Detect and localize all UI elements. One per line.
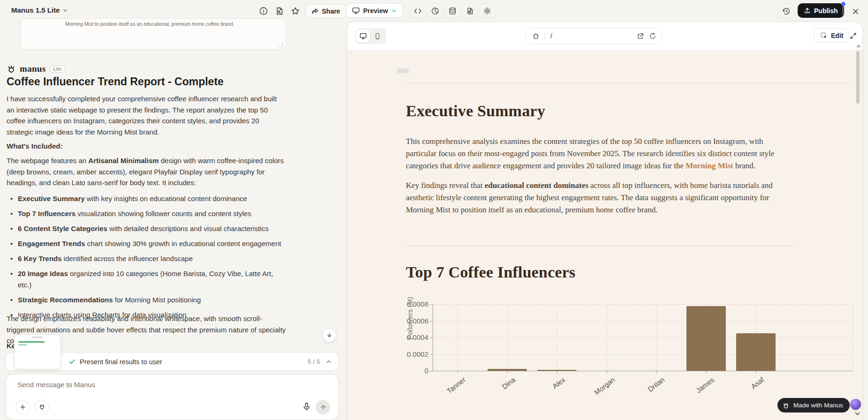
message-input[interactable] xyxy=(16,380,281,389)
morning-mist-accent: Morning Mist xyxy=(685,161,733,170)
files-button[interactable] xyxy=(461,3,478,19)
refresh-icon[interactable] xyxy=(649,32,656,40)
quoted-message-bubble[interactable]: Morning Mist to position itself as an ed… xyxy=(21,18,286,50)
task-progress: 5 / 5 xyxy=(308,358,320,365)
usage-button[interactable] xyxy=(426,3,443,19)
scroll-to-bottom-button[interactable] xyxy=(322,328,336,342)
attach-button[interactable] xyxy=(15,400,30,414)
edit-label: Edit xyxy=(831,32,843,39)
gridline-h xyxy=(433,354,853,355)
list-item: 6 Key Trends identified across the influ… xyxy=(7,253,288,264)
gridline-v xyxy=(507,304,508,371)
code-view-button[interactable] xyxy=(409,3,426,19)
session-title[interactable]: Manus 1.5 Lite xyxy=(11,6,68,14)
publish-button[interactable]: Publish xyxy=(798,3,844,18)
star-icon xyxy=(291,7,300,15)
x-axis-line xyxy=(433,371,853,371)
x-axis-label: Asaf xyxy=(730,375,766,406)
data-button[interactable] xyxy=(444,3,461,19)
list-item: 6 Content Style Categories with detailed… xyxy=(7,223,288,234)
rendered-page: Executive Summary This comprehensive ana… xyxy=(347,50,862,420)
manus-logo-icon xyxy=(7,64,16,74)
document-icon xyxy=(275,7,284,15)
arrow-up-icon xyxy=(320,404,327,411)
terminal-thumbnail[interactable] xyxy=(14,334,61,369)
settings-button[interactable] xyxy=(479,3,495,19)
share-button[interactable]: Share xyxy=(305,4,346,18)
preview-button[interactable]: Preview xyxy=(346,3,403,18)
composer[interactable] xyxy=(6,374,339,420)
p1-text-end: brand. xyxy=(733,161,755,170)
code-icon xyxy=(414,7,422,15)
check-icon xyxy=(69,358,76,365)
scrollbar-thumb[interactable] xyxy=(856,51,860,104)
bar-asaf[interactable] xyxy=(736,333,776,371)
followers-bar-chart[interactable]: 00.00020.00040.00060.0008TannerDinaAlexM… xyxy=(406,295,856,412)
gear-icon xyxy=(483,7,491,15)
quoted-message-text: Morning Mist to position itself as an ed… xyxy=(65,21,272,27)
whats-included-heading: What's Included: xyxy=(7,141,62,152)
y-tick-label: 0 xyxy=(401,367,428,375)
list-item: Engagement Trends chart showing 30% grow… xyxy=(7,238,288,249)
connectors-button[interactable] xyxy=(35,400,49,414)
gridline-h xyxy=(433,321,853,322)
open-external-icon[interactable] xyxy=(637,32,644,40)
lite-badge: Lite xyxy=(49,65,65,73)
address-path[interactable]: / xyxy=(550,32,552,40)
gridline-h xyxy=(433,338,853,338)
scrollbar-up-arrow[interactable] xyxy=(856,44,861,47)
chat-panel: Morning Mist to position itself as an ed… xyxy=(0,18,343,420)
address-divider xyxy=(545,32,545,40)
desktop-view-button[interactable] xyxy=(356,30,370,43)
gridline-v xyxy=(607,304,607,371)
terminal-thumbnail-line xyxy=(18,344,27,345)
list-item: Top 7 Influencers visualization showing … xyxy=(7,208,288,219)
chevron-up-icon[interactable] xyxy=(326,359,332,365)
send-button[interactable] xyxy=(316,400,330,414)
mobile-icon xyxy=(374,33,381,40)
gridline-v xyxy=(853,304,853,371)
fullscreen-button[interactable] xyxy=(848,31,858,40)
scrollbar-down-arrow[interactable] xyxy=(854,410,861,417)
history-button[interactable] xyxy=(778,3,795,19)
x-axis-label: James xyxy=(680,375,716,406)
share-label: Share xyxy=(322,8,340,15)
home-icon[interactable] xyxy=(532,32,540,40)
file-button[interactable] xyxy=(271,3,288,19)
y-tick-label: 0.0002 xyxy=(401,350,428,359)
close-panel-button[interactable] xyxy=(850,6,860,16)
edit-button[interactable]: Edit xyxy=(814,28,849,43)
gridline-v xyxy=(557,304,557,371)
design-paragraph: The webpage features an Artisanal Minima… xyxy=(7,155,286,188)
expand-icon xyxy=(849,32,857,40)
list-item: Executive Summary with key insights on e… xyxy=(7,193,288,204)
list-item: 20 Image Ideas organized into 10 categor… xyxy=(7,268,288,290)
page-top-divider xyxy=(406,83,853,83)
edit-select-icon xyxy=(820,32,828,39)
mobile-view-button[interactable] xyxy=(370,30,384,43)
address-bar[interactable]: / xyxy=(525,28,662,44)
made-with-manus-badge[interactable]: Made with Manus xyxy=(777,398,850,412)
mic-button[interactable] xyxy=(301,401,312,412)
publish-label: Publish xyxy=(814,7,838,15)
p2-text: Key findings reveal that xyxy=(406,181,485,190)
extension-orb-icon[interactable] xyxy=(850,399,861,410)
share-icon xyxy=(311,8,319,15)
list-item: Strategic Recommendations for Morning Mi… xyxy=(7,294,288,306)
app: { "top": { "window_title": "Manus 1.5 Li… xyxy=(0,0,868,420)
info-button[interactable] xyxy=(255,3,272,19)
database-icon xyxy=(449,7,457,15)
gridline-v xyxy=(457,304,458,371)
notification-dot xyxy=(841,2,845,6)
resize-handle[interactable] xyxy=(278,42,283,47)
arrow-down-icon xyxy=(326,332,333,338)
plus-icon xyxy=(19,404,26,411)
microphone-icon xyxy=(302,402,311,411)
bar-james[interactable] xyxy=(686,306,726,371)
x-axis-label: Morgan xyxy=(580,375,617,406)
favorite-button[interactable] xyxy=(287,3,304,19)
chevron-down-icon xyxy=(391,8,397,14)
report-title: Coffee Influencer Trend Report - Complet… xyxy=(7,75,224,88)
design-t1: The webpage features an xyxy=(7,157,88,165)
gridline-h xyxy=(433,304,853,305)
